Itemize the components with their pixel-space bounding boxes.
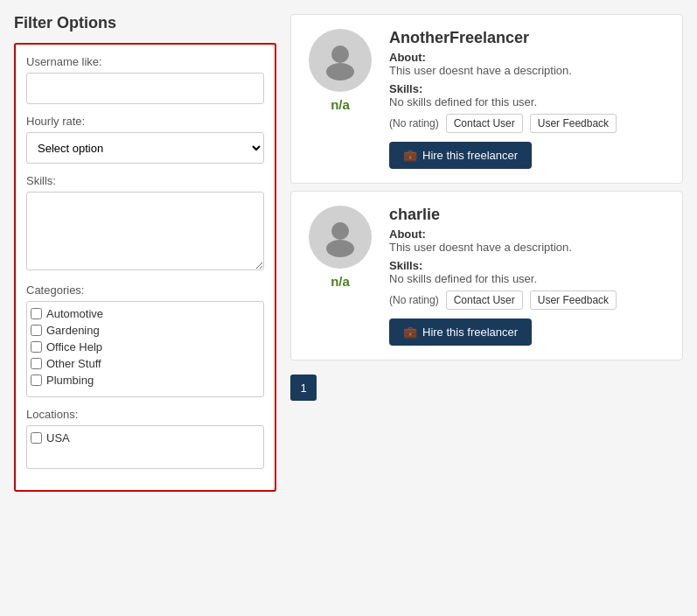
categories-label: Categories: bbox=[26, 284, 264, 297]
skills-text-2: No skills defined for this user. bbox=[389, 272, 668, 285]
username-label: Username like: bbox=[26, 55, 264, 68]
freelancer-info-1: AnotherFreelancer About: This user doesn… bbox=[389, 29, 668, 169]
category-otherstuff-checkbox[interactable] bbox=[31, 358, 42, 369]
category-plumbing-label: Plumbing bbox=[46, 374, 94, 387]
about-text-2: This user doesnt have a description. bbox=[389, 241, 668, 254]
user-icon bbox=[318, 38, 362, 82]
skills-label-2: Skills: bbox=[389, 259, 422, 272]
locations-listbox: USA bbox=[26, 425, 264, 469]
category-officehelp-label: Office Help bbox=[46, 340, 102, 354]
svg-point-2 bbox=[331, 222, 349, 240]
rating-display-2: n/a bbox=[331, 274, 350, 289]
list-item[interactable]: Gardening bbox=[31, 322, 260, 339]
avatar-section-1: n/a bbox=[305, 29, 375, 112]
skills-label: Skills: bbox=[26, 174, 264, 187]
hourly-rate-select[interactable]: Select option < $10/hr $10-$25/hr $25-$5… bbox=[26, 132, 264, 164]
location-usa-label: USA bbox=[46, 431, 70, 444]
freelancer-card-2: n/a charlie About: This user doesnt have… bbox=[290, 191, 683, 360]
no-rating-2: (No rating) bbox=[389, 294, 439, 306]
skills-textarea[interactable] bbox=[26, 192, 264, 270]
about-label-1: About: bbox=[389, 51, 426, 64]
avatar-1 bbox=[309, 29, 372, 92]
page-1-button[interactable]: 1 bbox=[290, 374, 317, 401]
freelancer-name-2: charlie bbox=[389, 206, 668, 224]
pagination: 1 bbox=[290, 374, 683, 401]
sidebar: Filter Options Username like: Hourly rat… bbox=[14, 14, 276, 602]
category-officehelp-checkbox[interactable] bbox=[31, 341, 42, 353]
list-item[interactable]: Office Help bbox=[31, 339, 260, 355]
location-usa-checkbox[interactable] bbox=[31, 432, 42, 444]
category-otherstuff-label: Other Stuff bbox=[46, 357, 101, 370]
filter-title: Filter Options bbox=[14, 14, 276, 32]
categories-group: Categories: Automotive Gardening Office … bbox=[26, 284, 264, 397]
contact-user-button-1[interactable]: Contact User bbox=[446, 114, 523, 133]
category-gardening-label: Gardening bbox=[46, 324, 100, 337]
freelancer-card-1: n/a AnotherFreelancer About: This user d… bbox=[290, 14, 683, 184]
contact-user-button-2[interactable]: Contact User bbox=[446, 290, 523, 310]
about-text-1: This user doesnt have a description. bbox=[389, 64, 668, 77]
list-item[interactable]: Plumbing bbox=[31, 372, 260, 388]
user-feedback-button-2[interactable]: User Feedback bbox=[530, 290, 617, 310]
filter-box: Username like: Hourly rate: Select optio… bbox=[14, 43, 276, 492]
locations-label: Locations: bbox=[26, 408, 264, 421]
svg-point-0 bbox=[331, 46, 349, 63]
username-input[interactable] bbox=[26, 73, 264, 104]
locations-group: Locations: USA bbox=[26, 408, 264, 469]
list-item[interactable]: Other Stuff bbox=[31, 355, 260, 372]
svg-point-1 bbox=[326, 63, 354, 80]
page-wrapper: Filter Options Username like: Hourly rat… bbox=[0, 0, 697, 616]
avatar-section-2: n/a bbox=[305, 206, 375, 289]
freelancer-info-2: charlie About: This user doesnt have a d… bbox=[389, 206, 668, 346]
main-content: n/a AnotherFreelancer About: This user d… bbox=[290, 14, 683, 602]
categories-listbox: Automotive Gardening Office Help Other S… bbox=[26, 301, 264, 397]
svg-point-3 bbox=[326, 240, 354, 257]
avatar-2 bbox=[309, 206, 372, 269]
list-item[interactable]: Automotive bbox=[31, 305, 260, 322]
category-automotive-label: Automotive bbox=[46, 307, 103, 320]
hire-freelancer-button-2[interactable]: 💼 Hire this freelancer bbox=[389, 318, 532, 346]
hire-freelancer-button-1[interactable]: 💼 Hire this freelancer bbox=[389, 142, 532, 169]
hire-label-1: Hire this freelancer bbox=[422, 149, 518, 162]
action-row-1: (No rating) Contact User User Feedback bbox=[389, 114, 668, 133]
username-group: Username like: bbox=[26, 55, 264, 104]
user-feedback-button-1[interactable]: User Feedback bbox=[530, 114, 617, 133]
category-plumbing-checkbox[interactable] bbox=[31, 374, 42, 386]
rating-display-1: n/a bbox=[331, 97, 350, 112]
skills-text-1: No skills defined for this user. bbox=[389, 95, 668, 108]
about-label-2: About: bbox=[389, 228, 426, 241]
hourly-rate-group: Hourly rate: Select option < $10/hr $10-… bbox=[26, 115, 264, 164]
hire-label-2: Hire this freelancer bbox=[422, 326, 518, 339]
skills-group: Skills: bbox=[26, 174, 264, 273]
briefcase-icon-2: 💼 bbox=[403, 326, 417, 339]
briefcase-icon: 💼 bbox=[403, 149, 417, 162]
freelancer-name-1: AnotherFreelancer bbox=[389, 29, 668, 47]
list-item[interactable]: USA bbox=[31, 430, 260, 446]
category-gardening-checkbox[interactable] bbox=[31, 325, 42, 336]
no-rating-1: (No rating) bbox=[389, 117, 439, 130]
user-icon-2 bbox=[318, 215, 362, 259]
category-automotive-checkbox[interactable] bbox=[31, 308, 42, 319]
skills-label-1: Skills: bbox=[389, 82, 422, 95]
action-row-2: (No rating) Contact User User Feedback bbox=[389, 290, 668, 310]
hourly-rate-label: Hourly rate: bbox=[26, 115, 264, 128]
